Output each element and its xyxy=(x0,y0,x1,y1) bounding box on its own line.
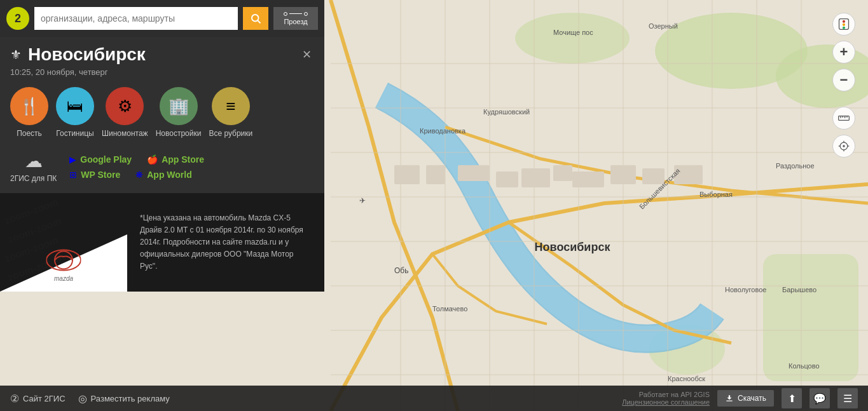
svg-text:Новосибирск: Новосибирск xyxy=(535,241,611,253)
ad-text-content: *Цена указана на автомобиль Mazda CX-5 Д… xyxy=(140,212,312,273)
svg-text:Толмачево: Толмачево xyxy=(432,305,467,313)
svg-rect-24 xyxy=(394,165,420,184)
svg-point-54 xyxy=(843,20,845,23)
route-button[interactable]: Проезд xyxy=(273,7,318,30)
search-input[interactable] xyxy=(34,7,238,30)
app-world-link[interactable]: ❋ App World xyxy=(135,170,192,180)
share-button[interactable]: ⬆ xyxy=(782,388,802,408)
ruler-button[interactable] xyxy=(832,107,855,130)
svg-rect-57 xyxy=(839,116,850,121)
svg-rect-68 xyxy=(726,401,732,401)
wp-store-label: WP Store xyxy=(81,170,120,180)
svg-rect-28 xyxy=(521,168,550,187)
logo: 2 xyxy=(6,7,29,30)
download-icon: ☁ xyxy=(25,151,43,172)
app-links-row1: ▶ Google Play 🍎 App Store xyxy=(69,154,204,165)
category-all-label: Все рубрики xyxy=(209,129,252,138)
category-hotels-icon: 🛏 xyxy=(56,87,94,125)
category-tire[interactable]: ⚙ Шиномонтаж xyxy=(102,87,148,138)
svg-text:Кудряшовский: Кудряшовский xyxy=(483,108,530,116)
category-tire-icon: ⚙ xyxy=(106,87,144,125)
api-text: Работает на API 2GIS Лицензионное соглаш… xyxy=(622,391,710,406)
svg-rect-26 xyxy=(458,165,490,181)
svg-point-52 xyxy=(55,252,72,269)
svg-text:Новолуговое: Новолуговое xyxy=(725,286,766,293)
download-section: ☁ 2ГИС для ПК ▶ Google Play 🍎 App Store xyxy=(10,151,314,183)
category-new-buildings-icon: 🏢 xyxy=(160,87,198,125)
wp-store-icon: ⊞ xyxy=(69,170,77,180)
svg-rect-30 xyxy=(572,172,604,187)
svg-point-51 xyxy=(46,250,81,271)
route-icon xyxy=(284,12,308,16)
category-hotels[interactable]: 🛏 Гостиницы xyxy=(56,87,94,138)
svg-text:Выборная: Выборная xyxy=(699,191,733,198)
download-button[interactable]: Скачать xyxy=(717,390,774,407)
google-play-label: Google Play xyxy=(80,154,132,165)
desktop-app-label: 2ГИС для ПК xyxy=(10,174,57,183)
google-play-icon: ▶ xyxy=(69,154,76,165)
download-label: Скачать xyxy=(738,394,766,403)
svg-point-55 xyxy=(843,24,845,26)
svg-text:Обь: Обь xyxy=(394,266,408,275)
close-button[interactable]: ✕ xyxy=(300,45,314,64)
bottom-left: ② Сайт 2ГИС ◎ Разместить рекламу xyxy=(10,393,170,405)
svg-text:Мочище пос: Мочище пос xyxy=(553,29,593,36)
advertise-icon: ◎ xyxy=(78,393,87,405)
app-store-label: App Store xyxy=(162,154,204,165)
site-icon: ② xyxy=(10,393,19,405)
category-all[interactable]: ≡ Все рубрики xyxy=(209,87,252,138)
svg-text:Барышево: Барышево xyxy=(782,286,816,293)
traffic-button[interactable] xyxy=(832,13,855,36)
category-all-icon: ≡ xyxy=(212,87,250,125)
categories: 🍴 Поесть 🛏 Гостиницы ⚙ Шиномонтаж 🏢 Ново… xyxy=(10,87,314,138)
svg-text:Кольцово: Кольцово xyxy=(789,362,820,370)
category-new-buildings-label: Новостройки xyxy=(156,129,202,138)
svg-text:✈: ✈ xyxy=(359,196,366,205)
advertise-link[interactable]: ◎ Разместить рекламу xyxy=(78,393,170,405)
app-links-row2: ⊞ WP Store ❋ App World xyxy=(69,170,204,180)
site-link[interactable]: ② Сайт 2ГИС xyxy=(10,393,65,405)
app-store-icon: 🍎 xyxy=(147,154,158,165)
app-world-icon: ❋ xyxy=(135,170,143,180)
zoom-in-button[interactable]: + xyxy=(832,41,855,64)
svg-rect-29 xyxy=(553,165,572,181)
app-store-link[interactable]: 🍎 App Store xyxy=(147,154,204,165)
city-header: ⚜ Новосибирск ✕ xyxy=(10,44,314,65)
category-new-buildings[interactable]: 🏢 Новостройки xyxy=(156,87,202,138)
svg-rect-25 xyxy=(426,165,445,184)
bottom-right: Работает на API 2GIS Лицензионное соглаш… xyxy=(622,388,858,408)
app-links: ▶ Google Play 🍎 App Store ⊞ WP Store ❋ xyxy=(69,154,204,180)
category-hotels-label: Гостиницы xyxy=(56,129,93,138)
search-button[interactable] xyxy=(243,7,268,30)
svg-text:Криводановка: Криводановка xyxy=(420,127,466,135)
site-link-label: Сайт 2ГИС xyxy=(23,394,65,403)
svg-point-63 xyxy=(843,145,844,147)
desktop-app[interactable]: ☁ 2ГИС для ПК xyxy=(10,151,57,183)
svg-point-56 xyxy=(843,27,845,29)
category-food-label: Поесть xyxy=(17,129,42,138)
license-link[interactable]: Лицензионное соглашение xyxy=(622,398,710,406)
svg-rect-27 xyxy=(496,172,518,187)
ad-banner[interactable]: zoom-zoom zoom-zoom zoom-zoom zoom-zoom … xyxy=(0,193,324,292)
advertise-link-label: Разместить рекламу xyxy=(91,394,170,403)
category-food-icon: 🍴 xyxy=(10,87,48,125)
google-play-link[interactable]: ▶ Google Play xyxy=(69,154,132,165)
svg-text:Раздольное: Раздольное xyxy=(776,162,815,170)
city-time: 10:25, 20 ноября, четверг xyxy=(10,67,314,77)
left-panel: 2 Проезд ⚜ Новосибирск ✕ 10:25, xyxy=(0,0,324,292)
svg-point-3 xyxy=(515,13,630,64)
search-bar: 2 Проезд xyxy=(0,0,324,37)
svg-point-49 xyxy=(252,15,259,22)
wp-store-link[interactable]: ⊞ WP Store xyxy=(69,170,120,180)
menu-button[interactable]: ☰ xyxy=(837,388,858,408)
map-controls: + − xyxy=(832,13,855,158)
category-food[interactable]: 🍴 Поесть xyxy=(10,87,48,138)
city-name: Новосибирск xyxy=(28,44,146,65)
ad-logo-area: zoom-zoom zoom-zoom zoom-zoom zoom-zoom … xyxy=(0,193,127,292)
city-panel: ⚜ Новосибирск ✕ 10:25, 20 ноября, четвер… xyxy=(0,37,324,193)
svg-text:Краснообск: Краснообск xyxy=(668,375,705,382)
location-button[interactable] xyxy=(832,135,855,158)
ad-text: *Цена указана на автомобиль Mazda CX-5 Д… xyxy=(127,193,324,292)
feedback-button[interactable]: 💬 xyxy=(809,388,830,408)
zoom-out-button[interactable]: − xyxy=(832,69,855,91)
